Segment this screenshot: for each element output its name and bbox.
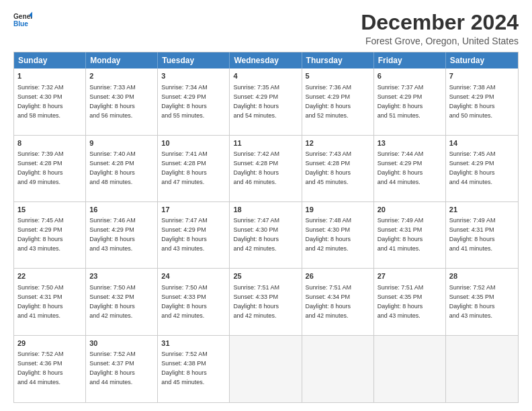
calendar-cell: 24 Sunrise: 7:50 AMSunset: 4:33 PMDaylig… [158, 269, 230, 334]
calendar-cell: 17 Sunrise: 7:47 AMSunset: 4:29 PMDaylig… [158, 202, 230, 268]
calendar-row: 15 Sunrise: 7:45 AMSunset: 4:29 PMDaylig… [14, 202, 518, 269]
day-number: 20 [378, 205, 442, 215]
day-number: 16 [89, 205, 154, 215]
cell-info: Sunrise: 7:33 AMSunset: 4:30 PMDaylight:… [89, 84, 136, 119]
title-block: December 2024 Forest Grove, Oregon, Unit… [361, 11, 519, 46]
cell-info: Sunrise: 7:50 AMSunset: 4:32 PMDaylight:… [89, 284, 136, 319]
calendar-row: 8 Sunrise: 7:39 AMSunset: 4:28 PMDayligh… [14, 136, 518, 202]
day-number: 25 [233, 271, 298, 281]
calendar: SundayMondayTuesdayWednesdayThursdayFrid… [13, 52, 519, 403]
day-number: 4 [233, 71, 298, 81]
cell-info: Sunrise: 7:39 AMSunset: 4:28 PMDaylight:… [17, 150, 64, 185]
calendar-cell: 2 Sunrise: 7:33 AMSunset: 4:30 PMDayligh… [86, 68, 158, 134]
calendar-cell [446, 336, 518, 402]
logo: General Blue [13, 11, 32, 30]
cell-info: Sunrise: 7:47 AMSunset: 4:29 PMDaylight:… [161, 217, 208, 252]
cell-info: Sunrise: 7:46 AMSunset: 4:29 PMDaylight:… [89, 217, 136, 252]
day-number: 31 [161, 338, 226, 349]
cell-info: Sunrise: 7:49 AMSunset: 4:31 PMDaylight:… [378, 217, 424, 252]
calendar-cell: 13 Sunrise: 7:44 AMSunset: 4:29 PMDaylig… [374, 136, 446, 201]
calendar-cell: 26 Sunrise: 7:51 AMSunset: 4:34 PMDaylig… [302, 269, 374, 334]
day-number: 6 [378, 71, 442, 81]
calendar-cell: 23 Sunrise: 7:50 AMSunset: 4:32 PMDaylig… [86, 269, 158, 334]
day-number: 24 [161, 271, 226, 281]
cell-info: Sunrise: 7:52 AMSunset: 4:37 PMDaylight:… [89, 351, 136, 385]
day-header-friday: Friday [374, 52, 446, 68]
calendar-cell: 7 Sunrise: 7:38 AMSunset: 4:29 PMDayligh… [446, 68, 518, 134]
day-header-tuesday: Tuesday [158, 52, 230, 68]
day-number: 30 [89, 338, 154, 349]
cell-info: Sunrise: 7:50 AMSunset: 4:31 PMDaylight:… [17, 284, 64, 319]
calendar-cell: 8 Sunrise: 7:39 AMSunset: 4:28 PMDayligh… [14, 136, 86, 201]
logo-icon: General Blue [13, 11, 32, 30]
cell-info: Sunrise: 7:32 AMSunset: 4:30 PMDaylight:… [17, 84, 64, 119]
day-number: 29 [17, 338, 82, 349]
day-number: 3 [161, 71, 226, 81]
cell-info: Sunrise: 7:37 AMSunset: 4:29 PMDaylight:… [378, 84, 424, 119]
cell-info: Sunrise: 7:45 AMSunset: 4:29 PMDaylight:… [449, 150, 496, 185]
calendar-row: 22 Sunrise: 7:50 AMSunset: 4:31 PMDaylig… [14, 269, 518, 335]
day-number: 9 [89, 138, 154, 148]
day-number: 11 [233, 138, 298, 148]
cell-info: Sunrise: 7:51 AMSunset: 4:35 PMDaylight:… [378, 284, 424, 319]
day-header-sunday: Sunday [14, 52, 86, 68]
day-number: 15 [17, 205, 82, 215]
calendar-cell: 25 Sunrise: 7:51 AMSunset: 4:33 PMDaylig… [230, 269, 302, 334]
calendar-cell: 31 Sunrise: 7:52 AMSunset: 4:38 PMDaylig… [158, 336, 230, 402]
day-number: 12 [306, 138, 370, 148]
day-number: 8 [17, 138, 82, 148]
day-number: 23 [89, 271, 154, 281]
svg-text:Blue: Blue [13, 20, 28, 28]
calendar-cell: 21 Sunrise: 7:49 AMSunset: 4:31 PMDaylig… [446, 202, 518, 268]
day-header-saturday: Saturday [446, 52, 518, 68]
calendar-row: 1 Sunrise: 7:32 AMSunset: 4:30 PMDayligh… [14, 68, 518, 135]
subtitle: Forest Grove, Oregon, United States [361, 36, 519, 46]
calendar-cell: 28 Sunrise: 7:52 AMSunset: 4:35 PMDaylig… [446, 269, 518, 334]
cell-info: Sunrise: 7:36 AMSunset: 4:29 PMDaylight:… [306, 84, 352, 119]
cell-info: Sunrise: 7:42 AMSunset: 4:28 PMDaylight:… [233, 150, 279, 185]
cell-info: Sunrise: 7:48 AMSunset: 4:30 PMDaylight:… [306, 217, 352, 252]
day-number: 2 [89, 71, 154, 81]
cell-info: Sunrise: 7:45 AMSunset: 4:29 PMDaylight:… [17, 217, 64, 252]
day-number: 28 [449, 271, 515, 281]
day-number: 18 [233, 205, 298, 215]
day-number: 1 [17, 71, 82, 81]
day-header-wednesday: Wednesday [230, 52, 302, 68]
calendar-cell: 12 Sunrise: 7:43 AMSunset: 4:28 PMDaylig… [302, 136, 374, 201]
day-number: 10 [161, 138, 226, 148]
cell-info: Sunrise: 7:49 AMSunset: 4:31 PMDaylight:… [449, 217, 496, 252]
calendar-cell: 15 Sunrise: 7:45 AMSunset: 4:29 PMDaylig… [14, 202, 86, 268]
calendar-cell [374, 336, 446, 402]
cell-info: Sunrise: 7:44 AMSunset: 4:29 PMDaylight:… [378, 150, 424, 185]
cell-info: Sunrise: 7:47 AMSunset: 4:30 PMDaylight:… [233, 217, 279, 252]
day-header-monday: Monday [86, 52, 158, 68]
calendar-cell: 3 Sunrise: 7:34 AMSunset: 4:29 PMDayligh… [158, 68, 230, 134]
day-number: 26 [306, 271, 370, 281]
header: General Blue December 2024 Forest Grove,… [13, 11, 519, 46]
day-number: 7 [449, 71, 515, 81]
day-number: 22 [17, 271, 82, 281]
calendar-cell: 20 Sunrise: 7:49 AMSunset: 4:31 PMDaylig… [374, 202, 446, 268]
calendar-cell: 29 Sunrise: 7:52 AMSunset: 4:36 PMDaylig… [14, 336, 86, 402]
calendar-cell: 5 Sunrise: 7:36 AMSunset: 4:29 PMDayligh… [302, 68, 374, 134]
calendar-header: SundayMondayTuesdayWednesdayThursdayFrid… [14, 52, 518, 68]
cell-info: Sunrise: 7:40 AMSunset: 4:28 PMDaylight:… [89, 150, 136, 185]
day-number: 14 [449, 138, 515, 148]
calendar-cell: 19 Sunrise: 7:48 AMSunset: 4:30 PMDaylig… [302, 202, 374, 268]
calendar-cell: 30 Sunrise: 7:52 AMSunset: 4:37 PMDaylig… [86, 336, 158, 402]
cell-info: Sunrise: 7:38 AMSunset: 4:29 PMDaylight:… [449, 84, 496, 119]
cell-info: Sunrise: 7:52 AMSunset: 4:36 PMDaylight:… [17, 351, 64, 385]
day-header-thursday: Thursday [302, 52, 374, 68]
cell-info: Sunrise: 7:52 AMSunset: 4:38 PMDaylight:… [161, 351, 208, 385]
cell-info: Sunrise: 7:43 AMSunset: 4:28 PMDaylight:… [306, 150, 352, 185]
calendar-row: 29 Sunrise: 7:52 AMSunset: 4:36 PMDaylig… [14, 336, 518, 402]
calendar-cell [230, 336, 302, 402]
cell-info: Sunrise: 7:50 AMSunset: 4:33 PMDaylight:… [161, 284, 208, 319]
day-number: 13 [378, 138, 442, 148]
calendar-cell: 18 Sunrise: 7:47 AMSunset: 4:30 PMDaylig… [230, 202, 302, 268]
calendar-cell: 14 Sunrise: 7:45 AMSunset: 4:29 PMDaylig… [446, 136, 518, 201]
calendar-cell: 22 Sunrise: 7:50 AMSunset: 4:31 PMDaylig… [14, 269, 86, 334]
cell-info: Sunrise: 7:52 AMSunset: 4:35 PMDaylight:… [449, 284, 496, 319]
calendar-cell: 16 Sunrise: 7:46 AMSunset: 4:29 PMDaylig… [86, 202, 158, 268]
calendar-body: 1 Sunrise: 7:32 AMSunset: 4:30 PMDayligh… [14, 68, 518, 402]
